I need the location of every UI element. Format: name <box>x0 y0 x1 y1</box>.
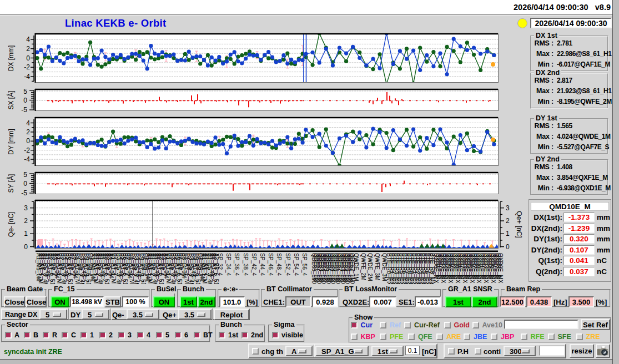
svg-text:QWDE_2M: QWDE_2M <box>367 253 373 281</box>
svg-text:SP_34_4: SP_34_4 <box>225 253 232 276</box>
svg-text:SP_42_4: SP_42_4 <box>251 253 257 276</box>
svg-text:1: 1 <box>24 230 28 237</box>
svg-text:0: 0 <box>24 243 28 251</box>
svg-text:SP_56_4: SP_56_4 <box>301 253 308 276</box>
svg-text:QWDE_1M: QWDE_1M <box>353 253 359 281</box>
svg-text:SP_36_4: SP_36_4 <box>234 253 240 276</box>
svg-text:0: 0 <box>506 243 510 251</box>
svg-text:SP_52_4: SP_52_4 <box>285 253 291 276</box>
svg-text:-4: -4 <box>24 155 30 163</box>
svg-text:SP_38_4: SP_38_4 <box>243 253 249 276</box>
svg-text:2: 2 <box>26 128 30 136</box>
svg-text:SP_54_4: SP_54_4 <box>293 253 299 276</box>
svg-text:SP_46_4: SP_46_4 <box>268 253 274 276</box>
svg-text:QWFE_2M: QWFE_2M <box>360 253 366 280</box>
svg-text:-4: -4 <box>24 73 30 80</box>
svg-text:SP_32_4: SP_32_4 <box>217 253 223 276</box>
svg-text:0: 0 <box>23 97 27 104</box>
svg-text:3: 3 <box>506 204 510 212</box>
svg-text:3: 3 <box>24 204 28 212</box>
svg-text:QWFE_3M: QWFE_3M <box>374 253 380 280</box>
svg-text:2: 2 <box>506 217 510 225</box>
svg-text:SP_44_4: SP_44_4 <box>259 253 265 276</box>
svg-text:DX [mm]: DX [mm] <box>7 46 15 72</box>
svg-text:-2: -2 <box>24 146 30 154</box>
svg-text:1: 1 <box>506 230 510 237</box>
svg-text:4: 4 <box>26 36 30 43</box>
svg-text:QXD0E_MX: QXD0E_MX <box>497 253 504 284</box>
svg-text:-5: -5 <box>21 189 27 197</box>
svg-text:DY [mm]: DY [mm] <box>7 129 15 154</box>
svg-text:-5: -5 <box>21 106 27 114</box>
svg-text:-2: -2 <box>24 63 30 71</box>
svg-text:Qe- [nC]: Qe- [nC] <box>7 212 15 237</box>
svg-text:5: 5 <box>23 171 27 179</box>
svg-text:2: 2 <box>24 217 28 225</box>
svg-text:0: 0 <box>26 137 30 145</box>
svg-text:SP_48_4: SP_48_4 <box>276 253 282 276</box>
svg-text:0: 0 <box>26 54 30 62</box>
svg-text:5: 5 <box>23 88 27 95</box>
svg-text:SX [Å]: SX [Å] <box>7 90 15 109</box>
svg-text:4: 4 <box>26 119 30 127</box>
svg-text:Qe+ [nC]: Qe+ [nC] <box>515 211 523 237</box>
svg-text:2: 2 <box>26 45 30 53</box>
svg-text:SY [Å]: SY [Å] <box>7 174 15 193</box>
svg-text:0: 0 <box>23 180 27 188</box>
